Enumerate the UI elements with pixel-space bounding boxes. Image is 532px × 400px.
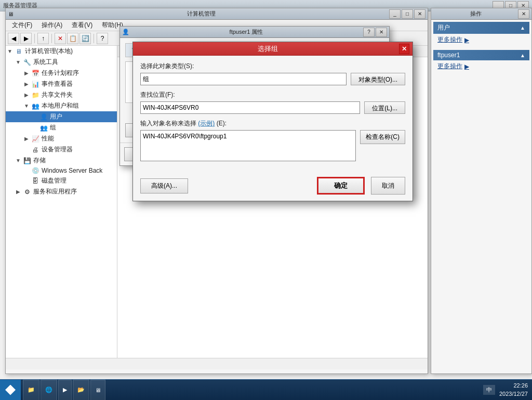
ops-titlebar: 操作 ✕ [431, 8, 531, 20]
win-server-backup-icon: 💿 [31, 167, 40, 174]
comp-mgmt-maximize-btn[interactable]: □ [402, 9, 413, 19]
comp-mgmt-close-btn[interactable]: ✕ [414, 9, 425, 19]
ops-ftpuser1-more-arrow: ▶ [464, 63, 469, 70]
tree-event-viewer[interactable]: ▶ 📊 事件查看器 [6, 79, 117, 89]
start-button[interactable] [0, 380, 21, 401]
props-titlebar: 👤 ftpuser1 属性 ? ✕ [120, 27, 389, 38]
menu-action[interactable]: 操作(A) [37, 20, 66, 31]
ops-title: 操作 [433, 10, 518, 18]
tree-win-server-backup[interactable]: 💿 Windows Server Back [6, 166, 117, 175]
location-label: 查找位置(F): [140, 91, 405, 99]
tree-task-scheduler-label: 任务计划程序 [42, 69, 117, 78]
ops-users-more-arrow: ▶ [464, 36, 469, 44]
show-hide-btn[interactable]: ✕ [55, 33, 66, 44]
taskbar-item-files[interactable]: 📂 [73, 380, 89, 401]
ops-ftpuser1-header: ftpuser1 ▲ [433, 50, 529, 60]
cancel-btn[interactable]: 取消 [371, 177, 405, 195]
tree-groups[interactable]: 👥 组 [6, 122, 117, 133]
object-name-input[interactable]: WIN-40JK4PS6VR0\ftpgroup1 [140, 130, 356, 161]
check-names-btn[interactable]: 检查名称(C) [360, 130, 405, 144]
select-group-title: 选择组 [136, 44, 399, 54]
ops-panel: 操作 ✕ 用户 ▲ 更多操作 ▶ ftpuser1 ▲ 更多操作 ▶ [431, 8, 532, 374]
object-type-btn[interactable]: 对象类型(O)... [351, 73, 405, 85]
tree-services[interactable]: ▶ ⚙ 服务和应用程序 [6, 186, 117, 197]
taskbar-item-explorer[interactable]: 📁 [23, 380, 39, 401]
advanced-btn[interactable]: 高级(A)... [140, 178, 188, 193]
ops-controls: ✕ [518, 9, 529, 19]
ops-ftpuser1-more-label: 更多操作 [437, 62, 462, 71]
refresh-btn[interactable]: 🔄 [79, 33, 91, 44]
ops-ftpuser1-more[interactable]: 更多操作 ▶ [433, 60, 529, 72]
tree-device-mgr[interactable]: 🖨 设备管理器 [6, 144, 117, 155]
tree-system-tools[interactable]: ▼ 🔧 系统工具 [6, 57, 117, 68]
select-group-dialog: 选择组 ✕ 选择此对象类型(S): 对象类型(O)... 查找位置(F): 位置… [132, 42, 413, 201]
menu-view[interactable]: 查看(V) [68, 20, 97, 31]
object-type-input[interactable] [140, 73, 347, 85]
tree-event-viewer-label: 事件查看器 [42, 80, 117, 88]
object-type-label: 选择此对象类型(S): [140, 62, 405, 71]
taskbar-item-ie[interactable]: 🌐 [41, 380, 57, 401]
example-link[interactable]: (示例) [198, 120, 215, 127]
props-help-btn[interactable]: ? [363, 28, 375, 37]
device-mgr-icon: 🖨 [31, 146, 40, 153]
groups-icon: 👥 [39, 124, 48, 132]
tree-panel: ▼ 🖥 计算机管理(本地) ▼ 🔧 系统工具 ▶ 📅 任务计划程序 ▶ [6, 46, 117, 358]
tree-groups-label: 组 [50, 123, 117, 132]
tree-local-users[interactable]: ▼ 👥 本地用户和组 [6, 100, 117, 111]
select-group-close-btn[interactable]: ✕ [399, 44, 409, 54]
tree-storage-label: 存储 [33, 156, 117, 165]
tree-services-label: 服务和应用程序 [33, 187, 117, 196]
ok-btn[interactable]: 确定 [317, 177, 365, 195]
location-btn[interactable]: 位置(L)... [364, 101, 405, 114]
location-input[interactable] [140, 101, 360, 114]
taskbar-item-powershell[interactable]: ▶ [58, 380, 72, 401]
help-toolbar-btn[interactable]: ? [97, 33, 108, 44]
task-scheduler-icon: 📅 [31, 70, 40, 77]
properties-btn[interactable]: 📋 [67, 33, 78, 44]
object-name-label: 输入对象名称来选择 (示例) (E): [140, 119, 405, 128]
toolbar-sep3 [94, 34, 94, 43]
tree-performance[interactable]: ▶ 📈 性能 [6, 133, 117, 144]
shared-folders-icon: 📁 [31, 92, 40, 99]
tree-task-scheduler[interactable]: ▶ 📅 任务计划程序 [6, 68, 117, 79]
menu-file[interactable]: 文件(F) [8, 20, 36, 31]
taskbar-time-block: 22:26 2023/12/27 [499, 382, 528, 398]
tree-win-server-backup-label: Windows Server Back [42, 167, 117, 174]
select-group-titlebar: 选择组 ✕ [133, 42, 413, 56]
computer-icon: 🖥 [14, 48, 23, 55]
tree-disk-mgmt[interactable]: 🗄 磁盘管理 [6, 175, 117, 186]
taskbar-lang[interactable]: 中 [483, 385, 495, 395]
ops-close-btn[interactable]: ✕ [518, 9, 529, 19]
forward-btn[interactable]: ▶ [20, 33, 32, 44]
ops-ftpuser1-title: ftpuser1 [437, 51, 460, 59]
comp-mgmt-icon: 🖥 [8, 11, 14, 17]
tree-root-label: 计算机管理(本地) [25, 47, 117, 56]
up-btn[interactable]: ↑ [37, 33, 49, 44]
props-icon: 👤 [122, 29, 129, 35]
comp-mgmt-titlebar: 🖥 计算机管理 _ □ ✕ [6, 8, 428, 20]
start-icon [5, 385, 16, 395]
tree-users[interactable]: 👤 用户 [6, 111, 117, 122]
props-controls: ? ✕ [363, 28, 387, 37]
tree-performance-label: 性能 [42, 134, 117, 143]
props-close-btn[interactable]: ✕ [376, 28, 387, 37]
tree-shared-folders[interactable]: ▶ 📁 共享文件夹 [6, 89, 117, 100]
taskbar-item-server-mgr[interactable]: 🖥 [90, 380, 105, 401]
taskbar: 📁 🌐 ▶ 📂 🖥 中 22:26 2023/12/27 [0, 379, 532, 400]
server-mgr-icon: 🖥 [95, 387, 101, 393]
files-icon: 📂 [77, 386, 85, 393]
tree-shared-folders-label: 共享文件夹 [42, 91, 117, 99]
explorer-icon: 📁 [28, 386, 35, 393]
taskbar-items: 📁 🌐 ▶ 📂 🖥 [23, 380, 105, 401]
tree-storage[interactable]: ▼ 💾 存储 [6, 155, 117, 166]
ops-users-section: 用户 ▲ 更多操作 ▶ [431, 20, 531, 48]
toolbar-sep2 [51, 34, 52, 43]
ops-users-title: 用户 [437, 23, 450, 32]
location-inline: 位置(L)... [140, 101, 405, 114]
select-group-content: 选择此对象类型(S): 对象类型(O)... 查找位置(F): 位置(L)...… [133, 56, 413, 173]
back-btn[interactable]: ◀ [8, 33, 19, 44]
ops-users-arrow: ▲ [520, 25, 525, 31]
ops-users-more[interactable]: 更多操作 ▶ [433, 34, 529, 46]
tree-root[interactable]: ▼ 🖥 计算机管理(本地) [6, 46, 117, 57]
comp-mgmt-minimize-btn[interactable]: _ [389, 9, 401, 19]
